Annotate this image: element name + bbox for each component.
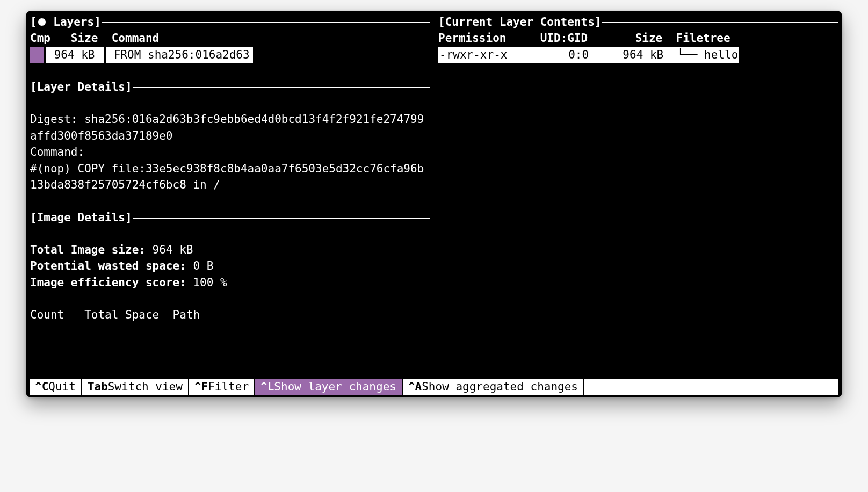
quit-shortcut[interactable]: ^C Quit — [30, 379, 82, 395]
filetree-row: -rwxr-xr-x 0:0 964 kB └── hello — [438, 47, 739, 63]
layer-size: 964 kB — [46, 47, 104, 63]
layers-header: [ Layers] — [30, 14, 430, 30]
rule-line — [102, 22, 430, 23]
total-image-size: Total Image size: 964 kB — [30, 242, 430, 258]
content-area: [ Layers] Cmp Size Command 964 kB FROM s… — [30, 14, 838, 379]
left-pane: [ Layers] Cmp Size Command 964 kB FROM s… — [30, 14, 430, 379]
image-details-columns: Count Total Space Path — [30, 307, 430, 323]
cmp-swatch-icon — [30, 47, 44, 63]
command-value: #(nop) COPY file:33e5ec938f8c8b4aa0aa7f6… — [30, 161, 430, 193]
filetree-row-wrap[interactable]: -rwxr-xr-x 0:0 964 kB └── hello — [438, 47, 838, 63]
rule-line — [133, 218, 430, 219]
bottombar-spacer — [584, 379, 838, 395]
terminal-window: [ Layers] Cmp Size Command 964 kB FROM s… — [26, 11, 842, 397]
layers-title: [ Layers] — [30, 14, 101, 30]
rule-line — [602, 22, 838, 23]
image-details-title: [Image Details] — [30, 209, 132, 226]
bottom-bar: ^C Quit Tab Switch view ^F Filter ^L Sho… — [30, 379, 838, 395]
image-details-header: [Image Details] — [30, 209, 430, 226]
switch-view-shortcut[interactable]: Tab Switch view — [82, 379, 189, 395]
contents-header: [Current Layer Contents] — [438, 14, 838, 30]
layer-command: FROM sha256:016a2d63 — [106, 47, 253, 63]
digest-value: sha256:016a2d63b3fc9ebb6ed4d0bcd13f4f2f9… — [30, 113, 424, 142]
digest-line: Digest: sha256:016a2d63b3fc9ebb6ed4d0bcd… — [30, 111, 430, 144]
layer-details-header: [Layer Details] — [30, 79, 430, 95]
rule-line — [133, 87, 430, 88]
efficiency-score: Image efficiency score: 100 % — [30, 274, 430, 291]
wasted-space: Potential wasted space: 0 B — [30, 258, 430, 274]
layer-details-title: [Layer Details] — [30, 79, 132, 95]
show-layer-changes-shortcut[interactable]: ^L Show layer changes — [255, 379, 403, 395]
command-label: Command: — [30, 144, 430, 160]
contents-title: [Current Layer Contents] — [438, 14, 601, 30]
show-aggregated-changes-shortcut[interactable]: ^A Show aggregated changes — [403, 379, 584, 395]
contents-columns: Permission UID:GID Size Filetree — [438, 30, 838, 46]
active-pane-dot-icon — [38, 18, 46, 26]
layers-columns: Cmp Size Command — [30, 30, 430, 46]
filter-shortcut[interactable]: ^F Filter — [189, 379, 255, 395]
right-pane: [Current Layer Contents] Permission UID:… — [438, 14, 838, 379]
layer-row[interactable]: 964 kB FROM sha256:016a2d63 — [30, 47, 430, 63]
